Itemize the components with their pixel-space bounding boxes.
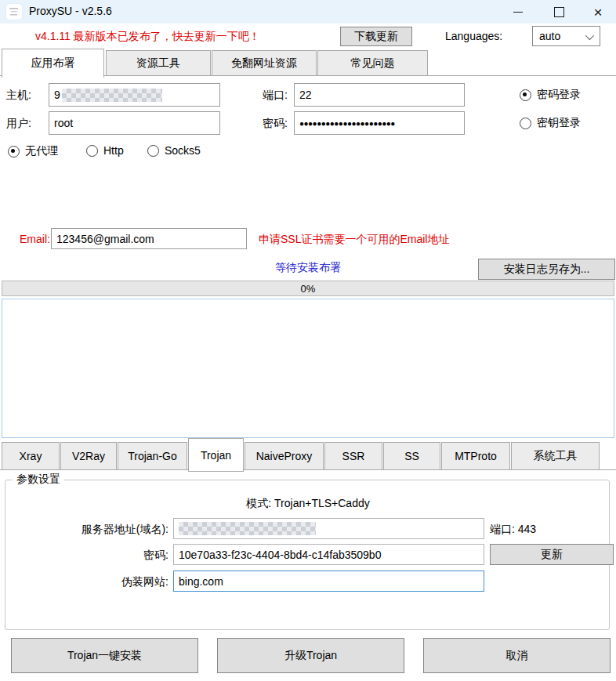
user-input[interactable] — [49, 111, 220, 135]
email-input[interactable] — [51, 228, 247, 249]
radio-socks5[interactable]: Socks5 — [147, 144, 201, 157]
update-notice: v4.1.11 最新版本已发布了，快去更新一下吧！ — [35, 30, 260, 44]
radio-label: 密码登录 — [537, 88, 581, 102]
radio-unselected-icon — [520, 118, 531, 129]
progress-bar: 0% — [2, 281, 614, 296]
install-button[interactable]: Trojan一键安装 — [11, 638, 198, 673]
tab-naiveproxy[interactable]: NaiveProxy — [245, 442, 324, 470]
cancel-button[interactable]: 取消 — [423, 638, 611, 673]
tab-app-deploy[interactable]: 应用布署 — [2, 49, 104, 78]
password-label: 密码: — [263, 117, 288, 131]
email-hint: 申请SSL证书需要一个可用的Email地址 — [259, 233, 449, 247]
tab-label: Trojan-Go — [128, 450, 177, 462]
radio-unselected-icon — [86, 145, 98, 157]
mask-site-label: 伪装网站: — [0, 575, 168, 589]
trojan-password-label: 密码: — [0, 549, 168, 563]
password-input[interactable] — [294, 111, 465, 135]
tab-ssr[interactable]: SSR — [324, 442, 382, 470]
tab-label: V2Ray — [72, 450, 105, 462]
tab-xray[interactable]: Xray — [2, 442, 60, 470]
radio-label: Http — [103, 144, 124, 157]
radio-selected-icon — [8, 146, 20, 158]
domain-input[interactable] — [173, 518, 484, 539]
radio-label: 密钥登录 — [537, 116, 581, 130]
update-button[interactable]: 更新 — [490, 544, 614, 565]
mask-site-input[interactable] — [173, 571, 484, 592]
redacted-host-value — [62, 89, 162, 102]
tls-port-line: 端口: 443 — [490, 523, 536, 537]
tab-trojan-go[interactable]: Trojan-Go — [118, 442, 187, 470]
tab-label: NaiveProxy — [256, 450, 313, 462]
tab-faq[interactable]: 常见问题 — [317, 50, 428, 76]
mode-label: 模式: — [246, 497, 271, 509]
window-title: ProxySU - v2.5.6 — [29, 5, 112, 17]
titlebar: ProxySU - v2.5.6 × — [0, 0, 616, 24]
tab-resource-tools[interactable]: 资源工具 — [106, 50, 211, 76]
app-icon — [6, 4, 22, 20]
host-label: 主机: — [6, 89, 31, 103]
tab-label: MTProto — [455, 450, 497, 462]
tab-label: 系统工具 — [534, 449, 578, 463]
tls-port-value: 443 — [518, 523, 536, 535]
radio-key-login[interactable]: 密钥登录 — [520, 116, 581, 130]
mode-line: 模式: Trojan+TLS+Caddy — [0, 497, 616, 511]
tab-label: SSR — [342, 450, 365, 462]
tab-label: 常见问题 — [351, 56, 395, 71]
maximize-icon — [554, 7, 564, 17]
chevron-down-icon — [585, 31, 594, 40]
radio-label: Socks5 — [165, 144, 201, 157]
app-window: ProxySU - v2.5.6 × v4.1.11 最新版本已发布了，快去更新… — [0, 0, 616, 681]
minimize-icon — [513, 12, 523, 13]
download-update-button[interactable]: 下载更新 — [340, 27, 412, 46]
tab-label: SS — [404, 450, 419, 462]
tls-port-label: 端口: — [490, 523, 515, 535]
radio-password-login[interactable]: 密码登录 — [520, 88, 581, 102]
tab-v2ray[interactable]: V2Ray — [60, 442, 117, 470]
minimize-button[interactable] — [500, 0, 536, 24]
trojan-password-input[interactable] — [173, 544, 484, 565]
close-icon: × — [593, 5, 602, 20]
port-label: 端口: — [263, 89, 288, 103]
host-value-visible: 9 — [54, 89, 60, 101]
redacted-domain-value — [179, 522, 316, 535]
tab-label: Xray — [20, 450, 42, 462]
tab-label: Trojan — [201, 449, 231, 462]
tab-mtproto[interactable]: MTProto — [441, 442, 510, 470]
tab-label: 应用布署 — [31, 56, 75, 71]
tab-ss[interactable]: SS — [383, 442, 440, 470]
tab-system-tools[interactable]: 系统工具 — [511, 442, 600, 470]
language-value: auto — [539, 30, 560, 42]
maximize-button[interactable] — [541, 0, 577, 24]
radio-label: 无代理 — [25, 144, 58, 158]
mode-value: Trojan+TLS+Caddy — [274, 497, 370, 509]
close-button[interactable]: × — [580, 0, 616, 24]
user-label: 用户: — [6, 117, 31, 131]
host-input[interactable]: 9 — [49, 83, 220, 107]
domain-label: 服务器地址(域名): — [0, 523, 168, 537]
email-label: Email: — [20, 233, 50, 245]
radio-unselected-icon — [147, 145, 159, 157]
language-select[interactable]: auto — [532, 26, 600, 46]
params-legend: 参数设置 — [13, 473, 64, 487]
radio-http[interactable]: Http — [86, 144, 124, 157]
radio-selected-icon — [520, 89, 531, 101]
save-log-button[interactable]: 安装日志另存为... — [478, 259, 615, 280]
tab-trojan[interactable]: Trojan — [188, 438, 244, 472]
log-area[interactable] — [2, 299, 614, 438]
tab-free-websites[interactable]: 免翻网址资源 — [212, 50, 317, 76]
port-input[interactable] — [294, 83, 465, 107]
progress-label: 0% — [301, 283, 316, 295]
tab-label: 资源工具 — [136, 56, 180, 71]
radio-no-proxy[interactable]: 无代理 — [8, 144, 58, 158]
upgrade-button[interactable]: 升级Trojan — [217, 638, 404, 673]
tab-label: 免翻网址资源 — [231, 56, 297, 71]
languages-label: Languages: — [445, 30, 502, 42]
